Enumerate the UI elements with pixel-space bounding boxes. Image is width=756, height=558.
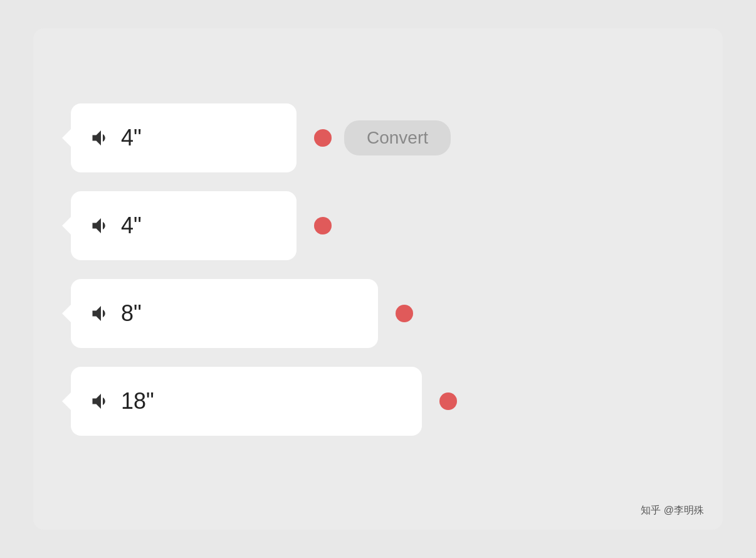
audio-card-4: 18" — [71, 367, 422, 436]
convert-button-1[interactable]: Convert — [344, 120, 451, 155]
sound-wave-icon-1 — [90, 127, 112, 149]
audio-duration-2: 4" — [121, 213, 142, 239]
audio-card-2: 4" — [71, 191, 297, 260]
audio-duration-1: 4" — [121, 125, 142, 151]
audio-row-1: 4" Convert — [71, 103, 685, 172]
sound-wave-icon-2 — [90, 214, 112, 237]
audio-duration-4: 18" — [121, 388, 154, 414]
watermark: 知乎 @李明殊 — [641, 504, 704, 517]
audio-duration-3: 8" — [121, 300, 142, 327]
audio-row-2: 4" — [71, 191, 685, 260]
red-dot-3 — [396, 305, 413, 322]
sound-wave-icon-3 — [90, 302, 112, 325]
main-container: 4" Convert 4" 8" — [33, 28, 723, 530]
audio-row-3: 8" — [71, 279, 685, 348]
sound-wave-icon-4 — [90, 390, 112, 413]
audio-row-4: 18" — [71, 367, 685, 436]
audio-card-1: 4" — [71, 103, 297, 172]
red-dot-2 — [314, 217, 332, 234]
red-dot-4 — [439, 392, 457, 410]
red-dot-1 — [314, 129, 332, 147]
audio-card-3: 8" — [71, 279, 378, 348]
